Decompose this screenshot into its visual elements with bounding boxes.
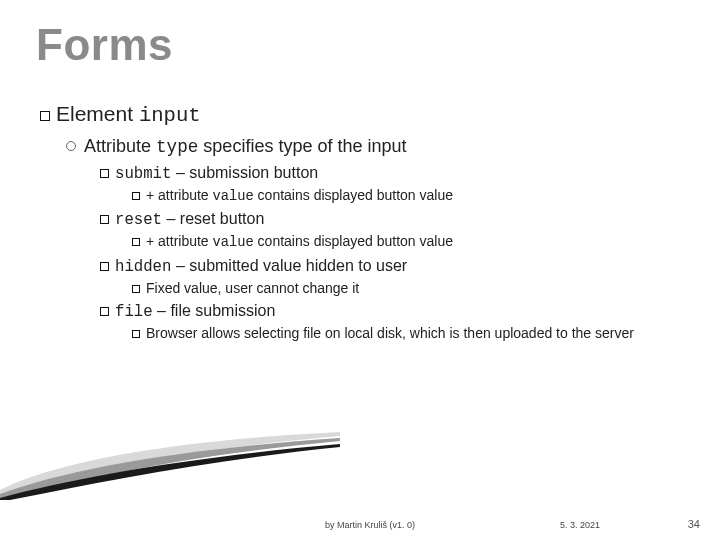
slide: Forms Element input Attribute type speci…	[0, 0, 720, 540]
page-number: 34	[688, 518, 700, 530]
text: – submitted value hidden to user	[171, 257, 407, 274]
text: contains displayed button value	[254, 233, 453, 249]
element-line: Element input	[40, 100, 680, 130]
type-submit-note: + attribute value contains displayed but…	[132, 186, 680, 207]
square-bullet-icon	[100, 215, 109, 224]
decorative-swoosh-icon	[0, 430, 340, 500]
square-bullet-icon	[132, 192, 140, 200]
square-bullet-icon	[100, 169, 109, 178]
square-bullet-icon	[100, 307, 109, 316]
code: reset	[115, 211, 162, 229]
text: – submission button	[171, 164, 318, 181]
type-reset-note: + attribute value contains displayed but…	[132, 232, 680, 253]
square-bullet-icon	[132, 285, 140, 293]
type-hidden-note: Fixed value, user cannot change it	[132, 279, 680, 298]
ring-bullet-icon	[66, 141, 76, 151]
square-bullet-icon	[132, 330, 140, 338]
type-hidden: hidden – submitted value hidden to user	[100, 255, 680, 278]
text: Fixed value, user cannot change it	[146, 280, 359, 296]
text: + attribute	[146, 187, 213, 203]
type-file: file – file submission	[100, 300, 680, 323]
type-reset: reset – reset button	[100, 208, 680, 231]
code: value	[213, 189, 254, 204]
text: Attribute	[84, 136, 156, 156]
text: specifies type of the input	[198, 136, 406, 156]
code-type: type	[156, 137, 198, 157]
footer-author: by Martin Kruliš (v1. 0)	[280, 520, 460, 530]
text: – file submission	[153, 302, 276, 319]
code: hidden	[115, 258, 171, 276]
text: Browser allows selecting file on local d…	[146, 325, 634, 341]
code: file	[115, 303, 153, 321]
footer-date: 5. 3. 2021	[560, 520, 600, 530]
attribute-line: Attribute type specifies type of the inp…	[66, 134, 680, 160]
square-bullet-icon	[40, 111, 50, 121]
type-file-note: Browser allows selecting file on local d…	[132, 324, 652, 343]
code-input: input	[139, 104, 201, 127]
text: – reset button	[162, 210, 264, 227]
text: contains displayed button value	[254, 187, 453, 203]
text: Element	[56, 102, 139, 125]
square-bullet-icon	[132, 238, 140, 246]
text: + attribute	[146, 233, 213, 249]
slide-content: Element input Attribute type specifies t…	[40, 100, 680, 345]
type-submit: submit – submission button	[100, 162, 680, 185]
code: value	[213, 235, 254, 250]
slide-title: Forms	[36, 20, 173, 70]
square-bullet-icon	[100, 262, 109, 271]
code: submit	[115, 165, 171, 183]
